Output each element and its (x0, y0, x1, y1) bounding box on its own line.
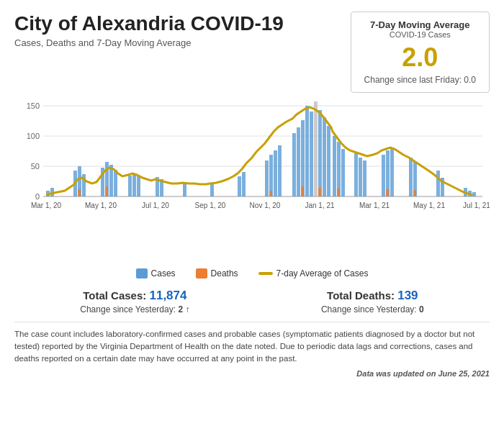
footer-note: The case count includes laboratory-confi… (14, 322, 490, 366)
stat-box-subtitle: COVID-19 Cases (364, 30, 476, 39)
svg-rect-56 (78, 189, 81, 196)
stat-box-value: 2.0 (364, 43, 476, 72)
svg-text:Jul 1, 21: Jul 1, 21 (463, 202, 490, 209)
svg-text:Jan 1, 21: Jan 1, 21 (305, 202, 335, 209)
svg-rect-60 (318, 188, 321, 196)
total-deaths-change: Change since Yesterday: 0 (321, 304, 424, 314)
svg-rect-38 (323, 117, 326, 196)
svg-rect-27 (265, 160, 269, 196)
svg-rect-37 (318, 110, 322, 196)
total-cases-block: Total Cases: 11,874 Change since Yesterd… (80, 289, 189, 314)
svg-rect-51 (436, 171, 440, 196)
footer-updated-prefix: Data was updated on (356, 369, 436, 378)
legend-avg: 7-day Average of Cases (258, 268, 369, 279)
svg-rect-24 (210, 184, 214, 196)
svg-rect-28 (269, 155, 273, 196)
total-cases-label: Total Cases: 11,874 (80, 289, 189, 303)
deaths-swatch (196, 268, 207, 279)
cases-label: Cases (151, 268, 176, 279)
cases-arrow: ↑ (185, 304, 189, 314)
avg-swatch (258, 272, 273, 275)
total-deaths-change-value: 0 (419, 304, 424, 314)
svg-rect-34 (305, 106, 309, 196)
svg-rect-42 (341, 149, 345, 196)
cases-swatch (136, 268, 148, 279)
svg-rect-26 (242, 172, 246, 196)
svg-rect-29 (274, 150, 277, 196)
svg-rect-48 (390, 148, 394, 196)
total-deaths-label: Total Deaths: 139 (321, 289, 424, 303)
avg-label: 7-day Average of Cases (276, 268, 369, 279)
total-cases-change-label: Change since Yesterday: (80, 304, 176, 314)
svg-rect-58 (269, 191, 272, 196)
svg-rect-41 (337, 142, 341, 196)
total-deaths-change-label: Change since Yesterday: (321, 304, 417, 314)
svg-rect-55 (472, 192, 476, 196)
stat-box-change-value: 0.0 (464, 75, 476, 85)
svg-rect-59 (301, 186, 304, 196)
svg-text:May 1, 20: May 1, 20 (85, 202, 117, 209)
svg-rect-40 (333, 136, 336, 196)
total-deaths-text: Total Deaths: (327, 289, 395, 302)
svg-rect-30 (278, 145, 282, 196)
svg-rect-32 (297, 127, 300, 196)
svg-rect-31 (292, 133, 296, 196)
totals-row: Total Cases: 11,874 Change since Yesterd… (14, 289, 490, 314)
stat-box: 7-Day Moving Average COVID-19 Cases 2.0 … (351, 12, 490, 93)
svg-text:50: 50 (31, 162, 40, 171)
svg-rect-49 (409, 158, 413, 196)
legend-cases: Cases (136, 268, 176, 279)
stat-box-title: 7-Day Moving Average (364, 19, 476, 30)
svg-rect-25 (238, 176, 241, 196)
chart-svg: 150 100 50 0 (14, 99, 490, 264)
page-title: City of Alexandria COVID-19 (14, 12, 284, 36)
total-cases-change: Change since Yesterday: 2 ↑ (80, 304, 189, 314)
svg-rect-57 (105, 186, 108, 196)
svg-rect-63 (413, 190, 416, 196)
svg-rect-43 (354, 153, 358, 196)
svg-rect-33 (301, 120, 305, 196)
total-deaths-value: 139 (397, 289, 418, 302)
svg-rect-46 (382, 155, 385, 196)
svg-rect-20 (137, 176, 140, 196)
total-cases-value: 11,874 (149, 289, 186, 302)
svg-text:0: 0 (35, 192, 40, 201)
footer-updated-date: June 25, 2021 (438, 369, 490, 378)
chart-area: 150 100 50 0 (14, 99, 490, 264)
svg-text:May 1, 21: May 1, 21 (413, 202, 445, 209)
svg-rect-44 (359, 158, 362, 196)
svg-text:100: 100 (27, 132, 40, 140)
footer-updated: Data was updated on June 25, 2021 (14, 369, 490, 378)
footer-note-text: The case count includes laboratory-confi… (14, 330, 474, 363)
svg-rect-17 (114, 170, 117, 196)
stat-box-change: Change since last Friday: 0.0 (364, 75, 476, 85)
svg-text:Jul 1, 20: Jul 1, 20 (142, 202, 169, 209)
legend-deaths: Deaths (196, 268, 238, 279)
svg-rect-35 (310, 112, 313, 196)
total-cases-change-value: 2 (178, 304, 183, 314)
total-cases-text: Total Cases: (83, 289, 146, 302)
svg-rect-36 (314, 101, 318, 196)
svg-rect-61 (337, 189, 340, 196)
svg-rect-19 (132, 173, 136, 196)
total-deaths-block: Total Deaths: 139 Change since Yesterday… (321, 289, 424, 314)
chart-legend: Cases Deaths 7-day Average of Cases (14, 268, 490, 279)
svg-text:Sep 1, 20: Sep 1, 20 (195, 202, 226, 209)
svg-rect-62 (386, 189, 389, 196)
title-section: City of Alexandria COVID-19 Cases, Death… (14, 12, 284, 48)
svg-rect-18 (128, 176, 132, 196)
svg-text:Nov 1, 20: Nov 1, 20 (250, 202, 281, 209)
stat-box-change-label: Change since last Friday: (364, 75, 462, 85)
page-subtitle: Cases, Deaths and 7-Day Moving Average (14, 37, 284, 48)
svg-text:150: 150 (27, 101, 40, 110)
deaths-label: Deaths (211, 268, 238, 279)
svg-text:Mar 1, 20: Mar 1, 20 (31, 202, 62, 209)
svg-rect-39 (327, 126, 330, 196)
svg-text:Mar 1, 21: Mar 1, 21 (359, 202, 390, 209)
svg-rect-45 (363, 160, 366, 196)
